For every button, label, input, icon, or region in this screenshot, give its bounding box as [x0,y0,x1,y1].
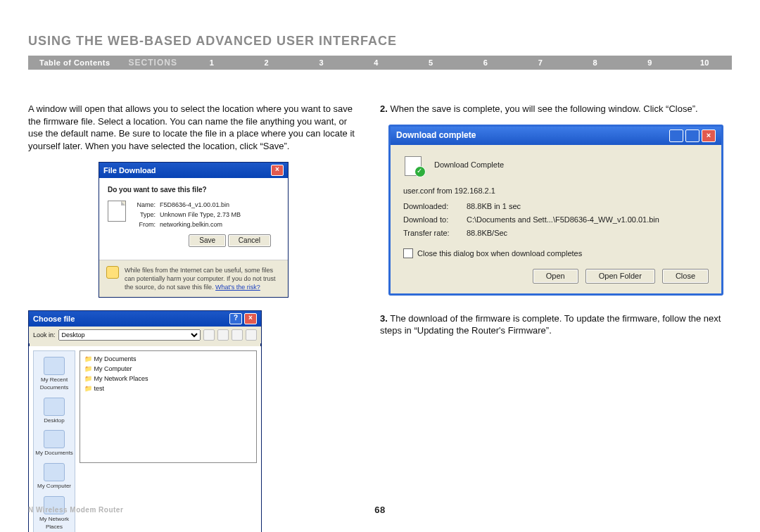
choose-file-dialog: Choose file ?× Look in: Desktop My Re [28,310,262,532]
list-item[interactable]: test [83,384,253,393]
minimize-icon[interactable] [669,129,683,142]
list-item[interactable]: My Network Places [83,374,253,384]
close-when-complete-checkbox[interactable]: Close this dialog box when download comp… [403,248,709,259]
downloadto-value: C:\Documents and Sett...\F5D8636-4_WW_v1… [467,215,709,225]
places-bar: My Recent Documents Desktop My Documents… [33,350,75,532]
section-link-2[interactable]: 2 [239,58,294,67]
choose-file-title: Choose file [33,314,75,324]
places-desktop[interactable]: Desktop [44,398,65,425]
close-button[interactable]: Close [662,269,709,284]
cancel-button[interactable]: Cancel [228,234,271,247]
step-3: 3. The download of the firmware is compl… [380,312,732,337]
name-label: Name: [132,201,160,209]
file-download-title: File Download [103,165,156,176]
views-icon[interactable] [246,329,257,341]
step-2: 2. When the save is complete, you will s… [380,103,732,115]
section-link-7[interactable]: 7 [513,58,568,67]
page-number: 68 [374,505,385,515]
file-download-titlebar: File Download × [99,163,288,178]
download-complete-heading: Download Complete [434,160,504,170]
close-icon[interactable]: × [244,313,257,324]
whats-the-risk-link[interactable]: What's the risk? [215,284,260,291]
section-link-3[interactable]: 3 [294,58,349,67]
intro-paragraph: A window will open that allows you to se… [28,103,359,152]
toc-link[interactable]: Table of Contents [28,58,122,67]
downloaded-value: 88.8KB in 1 sec [467,201,709,212]
download-complete-icon [403,155,424,176]
file-list[interactable]: My Documents My Computer My Network Plac… [80,350,257,463]
type-value: Unknown File Type, 2.73 MB [160,210,241,219]
checkbox-label: Close this dialog box when download comp… [417,248,582,259]
new-folder-icon[interactable] [232,329,243,341]
file-download-body: Do you want to save this file? Name:F5D8… [99,178,288,259]
footer-product: N Wireless Modem Router [28,506,123,514]
save-button[interactable]: Save [189,234,226,247]
section-nav: Table of Contents SECTIONS 1 2 3 4 5 6 7… [28,56,732,70]
section-link-9[interactable]: 9 [622,58,677,67]
back-icon[interactable] [203,329,215,341]
download-complete-dialog: Download complete × Download Complete us… [388,125,723,296]
file-download-question: Do you want to save this file? [108,185,279,195]
step-number: 3. [380,313,388,324]
choose-file-titlebar: Choose file ?× [29,311,261,327]
places-recent[interactable]: My Recent Documents [34,357,75,392]
section-link-10[interactable]: 10 [677,58,732,67]
from-value: networking.belkin.com [160,220,241,229]
places-documents[interactable]: My Documents [35,430,72,457]
transfer-label: Transfer rate: [403,228,467,239]
list-item[interactable]: My Documents [83,354,253,364]
sections-label: SECTIONS [122,58,184,68]
lookin-label: Look in: [33,331,56,339]
section-link-5[interactable]: 5 [403,58,458,67]
section-link-6[interactable]: 6 [458,58,513,67]
download-source: user.conf from 192.168.2.1 [403,186,709,196]
name-value: F5D8636-4_v1.00.01.bin [160,201,241,209]
downloadto-label: Download to: [403,215,467,225]
left-column: A window will open that allows you to se… [28,94,359,532]
places-computer[interactable]: My Computer [37,463,71,490]
transfer-value: 88.8KB/Sec [467,228,709,239]
download-complete-title: Download complete [396,129,476,141]
download-complete-titlebar: Download complete × [391,127,721,145]
type-label: Type: [132,210,160,219]
up-icon[interactable] [217,329,229,341]
page-title: USING THE WEB-BASED ADVANCED USER INTERF… [28,34,732,49]
open-button[interactable]: Open [533,269,578,284]
maximize-icon[interactable] [685,129,699,142]
close-icon[interactable]: × [702,129,716,142]
section-link-1[interactable]: 1 [184,58,239,67]
shield-icon [106,266,119,279]
manual-page: USING THE WEB-BASED ADVANCED USER INTERF… [0,0,760,532]
help-icon[interactable]: ? [229,313,242,324]
open-folder-button[interactable]: Open Folder [585,269,655,284]
file-download-dialog: File Download × Do you want to save this… [99,162,289,298]
lookin-select[interactable]: Desktop [58,329,201,341]
from-label: From: [132,220,160,229]
right-column: 2. When the save is complete, you will s… [380,94,732,532]
step-number: 2. [380,103,388,114]
list-item[interactable]: My Computer [83,364,253,374]
file-download-warning: While files from the Internet can be use… [99,260,288,297]
page-footer: N Wireless Modem Router 68 [28,506,732,514]
downloaded-label: Downloaded: [403,201,467,212]
file-icon [108,201,126,222]
close-icon[interactable]: × [271,165,284,176]
section-link-8[interactable]: 8 [568,58,623,67]
section-link-4[interactable]: 4 [348,58,403,67]
checkbox-icon[interactable] [403,248,413,258]
